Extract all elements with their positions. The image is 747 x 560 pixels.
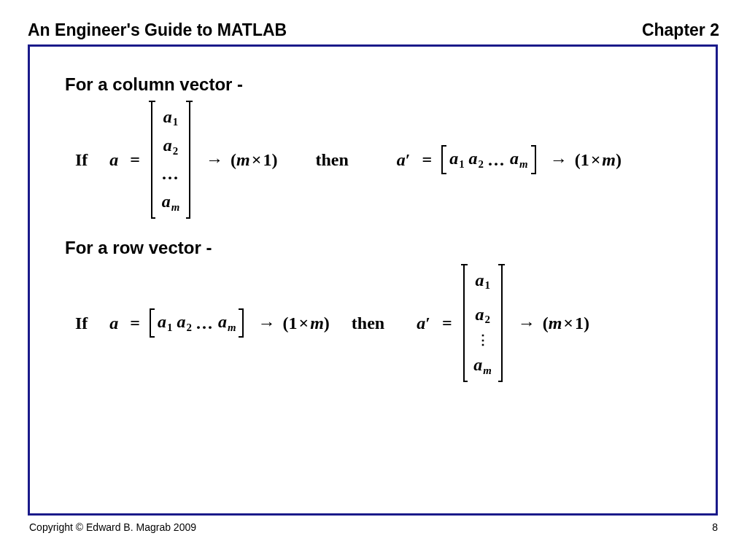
dim-1-by-m: (1×m) [282, 314, 329, 333]
arrow-icon: → [518, 314, 535, 333]
keyword-if: If [75, 150, 88, 170]
vec-elem: am [159, 190, 182, 214]
vec-elem: a1 [471, 268, 495, 293]
slide-header: An Engineer's Guide to MATLAB Chapter 2 [28, 20, 719, 40]
vec-dots: ... [196, 314, 214, 333]
section-title-row: For a row vector - [65, 238, 681, 258]
vec-elem: a1 [449, 149, 464, 170]
vec-elem: a2 [177, 312, 191, 333]
chapter-label: Chapter 2 [642, 20, 719, 40]
arrow-icon: → [258, 314, 275, 333]
vec-elem: a1 [158, 312, 172, 333]
vec-elem: am [218, 312, 236, 333]
row-vector-bracket: a1 a2 ... am [147, 308, 246, 338]
dim-1-by-m: (1×m) [575, 150, 622, 170]
keyword-then: then [352, 314, 384, 333]
right-bracket-icon [499, 264, 506, 382]
left-bracket-icon [460, 264, 467, 382]
var-a: a [109, 150, 118, 170]
var-a-prime: a′ [417, 314, 430, 333]
arrow-icon: → [206, 150, 223, 170]
equals-sign: = [130, 314, 140, 333]
equals-sign: = [130, 150, 140, 170]
right-bracket-icon [533, 145, 538, 174]
keyword-then: then [315, 150, 348, 170]
vec-elem: am [510, 149, 528, 170]
equals-sign: = [422, 150, 432, 170]
equation-row-vector: If a = a1 a2 ... am → (1×m) then [75, 264, 681, 382]
section-title-column: For a column vector - [65, 74, 681, 95]
book-title: An Engineer's Guide to MATLAB [28, 20, 287, 40]
vec-elem: am [471, 353, 495, 378]
column-vector-bracket: a1 a2 ⋮ am [460, 264, 506, 382]
vec-vdots: ⋮ [471, 337, 495, 343]
right-bracket-icon [187, 101, 194, 219]
var-a: a [109, 314, 118, 333]
dim-m-by-1: (m×1) [231, 150, 277, 170]
dim-m-by-1: (m×1) [543, 314, 589, 333]
equals-sign: = [442, 314, 452, 333]
row-vector-bracket: a1 a2 ... am [439, 145, 538, 174]
var-a-prime: a′ [397, 150, 411, 170]
copyright-text: Copyright © Edward B. Magrab 2009 [29, 521, 196, 533]
arrow-icon: → [550, 150, 568, 170]
vec-elem: a2 [159, 133, 182, 158]
vec-dots: ... [488, 150, 506, 170]
column-vector-bracket: a1 a2 ... am [147, 101, 194, 219]
slide-page: An Engineer's Guide to MATLAB Chapter 2 … [0, 0, 747, 560]
keyword-if: If [75, 314, 88, 333]
right-bracket-icon [240, 308, 246, 338]
vec-elem: a1 [159, 105, 182, 130]
page-number: 8 [712, 521, 718, 533]
vec-elem: a2 [471, 303, 495, 327]
left-bracket-icon [439, 145, 445, 174]
vec-dots: ... [159, 162, 182, 185]
equation-column-vector: If a = a1 a2 ... am → (m×1) then [75, 101, 681, 219]
left-bracket-icon [147, 308, 153, 338]
slide-footer: Copyright © Edward B. Magrab 2009 8 [28, 521, 719, 533]
slide-frame: For a column vector - If a = a1 a2 ... a… [28, 44, 718, 516]
vec-elem: a2 [469, 149, 484, 170]
left-bracket-icon [147, 101, 155, 219]
